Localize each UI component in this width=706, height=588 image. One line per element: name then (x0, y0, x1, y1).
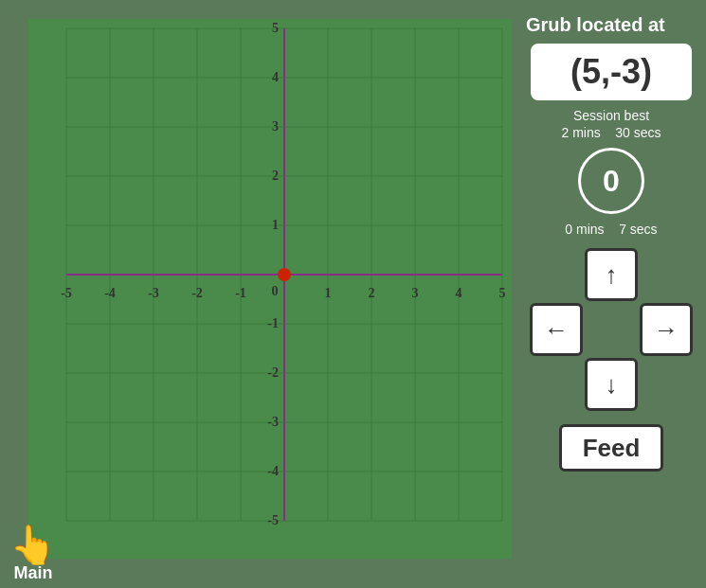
time-secs: 7 secs (619, 222, 657, 237)
grub-coords-text: (5,-3) (570, 52, 652, 92)
best-mins: 2 mins (561, 125, 600, 140)
time-mins: 0 mins (565, 222, 604, 237)
main-button-label: Main (13, 563, 52, 583)
dpad-up-button[interactable]: ↑ (585, 248, 638, 301)
grub-located-label: Grub located at (526, 14, 665, 36)
grid-container (28, 19, 512, 559)
best-secs: 30 secs (615, 125, 661, 140)
grub-coords-box: (5,-3) (531, 44, 692, 100)
dpad-right-button[interactable]: → (640, 303, 693, 356)
dpad-down-button[interactable]: ↓ (585, 358, 638, 411)
dpad-empty-br (640, 358, 693, 411)
dpad-empty-tl (530, 248, 583, 301)
dpad: ↑ ← → ↓ (530, 248, 693, 411)
dpad-empty-center (585, 303, 638, 356)
grid-canvas (28, 19, 512, 559)
main-button-icon: 👆 (9, 523, 57, 567)
main-button[interactable]: 👆 Main (9, 523, 57, 583)
time-values: 0 mins 7 secs (565, 222, 657, 237)
score-value: 0 (603, 164, 620, 199)
score-circle: 0 (578, 148, 644, 214)
feed-button[interactable]: Feed (559, 424, 663, 472)
dpad-empty-tr (640, 248, 693, 301)
session-best-label: Session best (573, 108, 649, 123)
dpad-left-button[interactable]: ← (530, 303, 583, 356)
right-panel: Grub located at (5,-3) Session best 2 mi… (526, 14, 697, 472)
dpad-empty-bl (530, 358, 583, 411)
session-best-values: 2 mins 30 secs (561, 125, 661, 140)
